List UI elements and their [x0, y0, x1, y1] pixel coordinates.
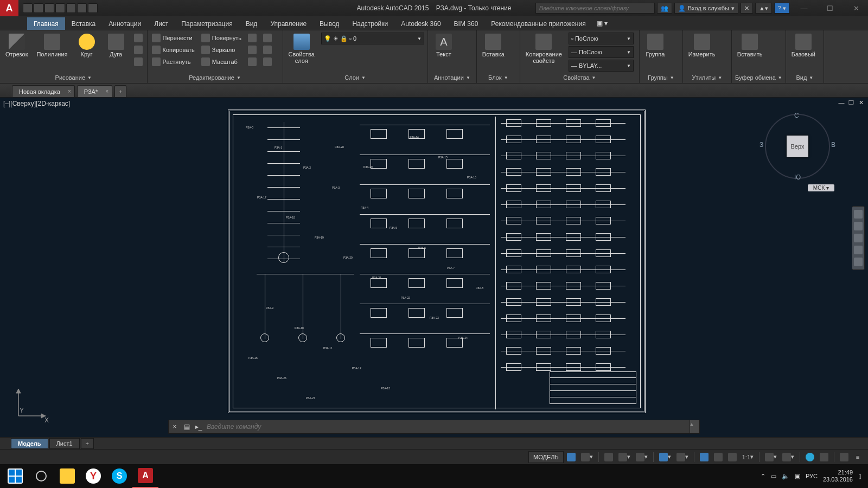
qat-saveas-icon[interactable] [55, 3, 65, 13]
cortana-search-icon[interactable] [28, 464, 54, 488]
tray-language[interactable]: РУС [806, 473, 818, 479]
mirror-button[interactable]: Зеркало [200, 44, 242, 55]
ribbon-tab-output[interactable]: Вывод [313, 17, 346, 30]
panel-title-modify[interactable]: Редактирование▼ [151, 73, 279, 83]
command-line[interactable]: × ▤ ▸_ ▴ [168, 420, 700, 434]
panel-title-groups[interactable]: Группы▼ [643, 73, 679, 83]
layerprops-button[interactable]: Свойства слоя [286, 33, 317, 65]
panel-title-util[interactable]: Утилиты▼ [686, 73, 728, 83]
maximize-button[interactable]: ☐ [818, 2, 842, 15]
start-button[interactable] [2, 464, 28, 488]
yandex-browser-icon[interactable]: Y [80, 464, 106, 488]
paste-button[interactable]: Вставить [735, 33, 765, 59]
mod-m2[interactable] [262, 44, 273, 55]
tray-clock[interactable]: 21:49 23.03.2016 [823, 469, 853, 483]
measure-button[interactable]: Измерить [686, 33, 718, 59]
viewcube-wcs-label[interactable]: МСК ▾ [808, 184, 834, 191]
line-button[interactable]: Отрезок [3, 33, 30, 59]
status-anno2-icon[interactable] [712, 451, 725, 463]
panel-title-block[interactable]: Блок▼ [480, 73, 516, 83]
pan-icon[interactable] [854, 222, 863, 230]
status-isolate-icon[interactable] [818, 451, 831, 463]
exchange-apps-icon[interactable]: ✕ [741, 3, 753, 14]
insert-block-button[interactable]: Вставка [480, 33, 507, 59]
text-button[interactable]: AТекст [431, 33, 456, 59]
stretch-button[interactable]: Растянуть [151, 56, 196, 67]
cmd-close-icon[interactable]: × [169, 423, 181, 431]
status-3dosnap-icon[interactable]: ▾ [674, 451, 691, 463]
panel-title-layers[interactable]: Слои▼ [286, 73, 424, 83]
ribbon-tab-view[interactable]: Вид [239, 17, 264, 30]
signin-button[interactable]: 👤 Вход в службы ▾ [674, 3, 738, 14]
tray-action-center-icon[interactable]: ▯ [858, 473, 861, 480]
cmd-scroll-up[interactable]: ▴ [690, 420, 699, 433]
copy-button[interactable]: Копировать [151, 44, 196, 55]
status-grid-icon[interactable] [565, 451, 578, 463]
layer-dropdown[interactable]: 💡 ☀ 🔒 ▫ 0▼ [321, 33, 424, 44]
autocad-taskbar-icon[interactable]: A [132, 464, 158, 488]
file-explorer-icon[interactable] [54, 464, 80, 488]
trim-button[interactable] [247, 33, 258, 43]
zoom-extents-icon[interactable] [854, 234, 863, 242]
ribbon-tab-manage[interactable]: Управление [264, 17, 313, 30]
color-dropdown[interactable]: ▫ ПоСлою▼ [569, 33, 634, 44]
status-ortho-icon[interactable] [602, 451, 615, 463]
status-polar-icon[interactable]: ▾ [616, 451, 633, 463]
viewcube-w[interactable]: З [760, 141, 763, 149]
qat-redo-icon[interactable] [88, 3, 98, 13]
help-icon[interactable]: ? ▾ [774, 3, 790, 14]
infocenter-button[interactable]: 👥 [657, 3, 672, 14]
status-hw-icon[interactable] [803, 451, 816, 463]
array-button[interactable] [247, 56, 258, 67]
help-search-input[interactable] [535, 3, 655, 14]
viewport-label[interactable]: [–][Сверху][2D-каркас] [3, 100, 70, 107]
file-tab-new[interactable]: Новая вкладка× [12, 85, 75, 97]
viewcube-face[interactable]: Верх [787, 136, 808, 157]
status-anno1-icon[interactable] [698, 451, 711, 463]
showmotion-icon[interactable] [854, 258, 863, 266]
viewport-restore-icon[interactable]: ❐ [847, 99, 855, 106]
status-snap-icon[interactable]: ▾ [579, 451, 595, 463]
view-cube[interactable]: Верх С Ю З В [765, 114, 830, 179]
status-osnap-icon[interactable]: ▾ [657, 451, 673, 463]
close-button[interactable]: ✕ [844, 2, 868, 15]
panel-title-draw[interactable]: Рисование▼ [3, 73, 144, 83]
viewcube-e[interactable]: В [831, 141, 835, 149]
ribbon-tab-home[interactable]: Главная [27, 17, 65, 30]
ribbon-tab-a360[interactable]: Autodesk 360 [394, 17, 447, 30]
matchprops-button[interactable]: Копирование свойств [524, 33, 564, 65]
draw-misc1[interactable] [133, 33, 144, 43]
viewcube-s[interactable]: Ю [794, 174, 801, 181]
draw-misc3[interactable] [133, 56, 144, 67]
ribbon-tab-addins[interactable]: Надстройки [346, 17, 394, 30]
panel-title-props[interactable]: Свойства▼ [524, 73, 636, 83]
tray-volume-icon[interactable]: 🔈 [782, 473, 789, 480]
ribbon-tab-layout[interactable]: Лист [148, 17, 175, 30]
qat-new-icon[interactable] [23, 3, 33, 13]
ribbon-tab-apps[interactable]: Рекомендованные приложения [484, 17, 592, 30]
panel-title-view[interactable]: Вид▼ [789, 73, 820, 83]
viewcube-n[interactable]: С [794, 112, 799, 119]
panel-title-annot[interactable]: Аннотации▼ [431, 73, 473, 83]
drawing-canvas[interactable]: [–][Сверху][2D-каркас] — ❐ ✕ РЗА-0РЗА-1Р… [0, 98, 868, 437]
circle-button[interactable]: Круг [74, 33, 99, 59]
tray-chevron-icon[interactable]: ⌃ [761, 473, 765, 480]
command-input[interactable] [205, 423, 690, 431]
status-model-button[interactable]: МОДЕЛЬ [528, 451, 564, 463]
linetype-dropdown[interactable]: — BYLAY...▼ [569, 60, 634, 72]
new-tab-button[interactable]: + [114, 85, 126, 97]
baseview-button[interactable]: Базовый [789, 33, 818, 59]
ribbon-tab-insert[interactable]: Вставка [65, 17, 103, 30]
close-tab-icon[interactable]: × [105, 88, 108, 94]
ribbon-tab-bullet[interactable]: ▣ ▾ [592, 17, 612, 30]
polyline-button[interactable]: Полилиния [34, 33, 69, 59]
layout-tab-sheet1[interactable]: Лист1 [49, 438, 80, 449]
qat-plot-icon[interactable] [66, 3, 76, 13]
tray-notifications-icon[interactable]: ▣ [795, 473, 800, 480]
status-anno3-icon[interactable] [726, 451, 739, 463]
ribbon-tab-annotate[interactable]: Аннотации [102, 17, 148, 30]
viewport-minimize-icon[interactable]: — [838, 99, 845, 106]
ribbon-tab-bim360[interactable]: BIM 360 [448, 17, 485, 30]
rotate-button[interactable]: Повернуть [200, 33, 242, 43]
draw-misc2[interactable] [133, 44, 144, 55]
